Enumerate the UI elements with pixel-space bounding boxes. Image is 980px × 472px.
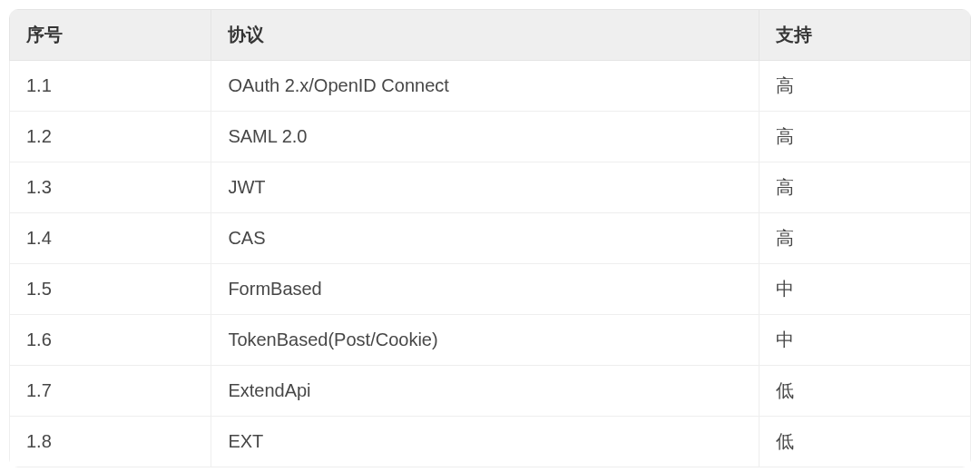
table-header-row: 序号 协议 支持 — [10, 10, 971, 61]
table-row: 1.8 EXT 低 — [10, 417, 971, 467]
cell-index: 1.3 — [10, 162, 211, 213]
table-row: 1.6 TokenBased(Post/Cookie) 中 — [10, 315, 971, 366]
cell-support: 中 — [760, 264, 971, 315]
table-row: 1.4 CAS 高 — [10, 213, 971, 264]
cell-protocol: OAuth 2.x/OpenID Connect — [211, 61, 760, 112]
cell-protocol: EXT — [211, 417, 760, 467]
cell-index: 1.6 — [10, 315, 211, 366]
cell-protocol: FormBased — [211, 264, 760, 315]
header-index: 序号 — [10, 10, 211, 61]
cell-index: 1.1 — [10, 61, 211, 112]
table-row: 1.7 ExtendApi 低 — [10, 366, 971, 417]
cell-index: 1.8 — [10, 417, 211, 467]
header-support: 支持 — [760, 10, 971, 61]
cell-support: 低 — [760, 366, 971, 417]
cell-support: 中 — [760, 315, 971, 366]
header-protocol: 协议 — [211, 10, 760, 61]
table-row: 1.1 OAuth 2.x/OpenID Connect 高 — [10, 61, 971, 112]
table-row: 1.3 JWT 高 — [10, 162, 971, 213]
cell-index: 1.5 — [10, 264, 211, 315]
cell-index: 1.7 — [10, 366, 211, 417]
cell-protocol: TokenBased(Post/Cookie) — [211, 315, 760, 366]
protocol-support-table: 序号 协议 支持 1.1 OAuth 2.x/OpenID Connect 高 … — [9, 9, 971, 467]
cell-support: 高 — [760, 61, 971, 112]
cell-support: 高 — [760, 162, 971, 213]
cell-support: 高 — [760, 213, 971, 264]
table: 序号 协议 支持 1.1 OAuth 2.x/OpenID Connect 高 … — [9, 9, 971, 467]
cell-support: 高 — [760, 112, 971, 162]
cell-index: 1.2 — [10, 112, 211, 162]
table-row: 1.5 FormBased 中 — [10, 264, 971, 315]
cell-index: 1.4 — [10, 213, 211, 264]
cell-protocol: JWT — [211, 162, 760, 213]
table-row: 1.2 SAML 2.0 高 — [10, 112, 971, 162]
cell-protocol: ExtendApi — [211, 366, 760, 417]
cell-protocol: CAS — [211, 213, 760, 264]
cell-protocol: SAML 2.0 — [211, 112, 760, 162]
cell-support: 低 — [760, 417, 971, 467]
